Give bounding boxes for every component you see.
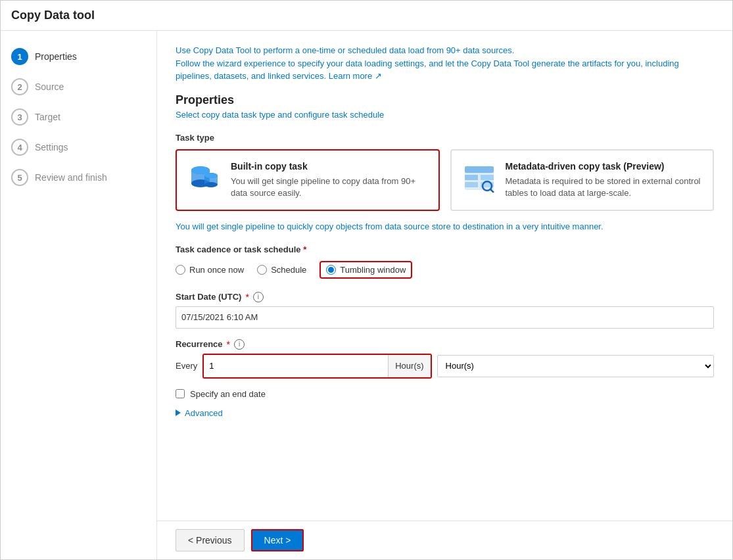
recurrence-row: Every Hour(s) Minute(s) Hour(s) Day(s) W… (176, 354, 714, 379)
sidebar-item-properties[interactable]: 1 Properties (1, 41, 156, 72)
start-date-field: Start Date (UTC) * i (176, 292, 714, 329)
content-area: Use Copy Data Tool to perform a one-time… (157, 31, 732, 559)
advanced-row[interactable]: Advanced (176, 408, 714, 418)
svg-point-7 (204, 173, 218, 178)
builtin-card-desc: You will get single pipeline to copy dat… (231, 175, 428, 199)
sidebar: 1 Properties 2 Source 3 Target 4 Setting… (1, 31, 157, 559)
app-title: Copy Data tool (11, 9, 722, 22)
svg-rect-12 (465, 182, 478, 187)
radio-schedule[interactable]: Schedule (257, 265, 306, 275)
cadence-required: * (303, 245, 306, 254)
recurrence-info-icon[interactable]: i (234, 339, 245, 350)
radio-once-label: Run once now (189, 265, 244, 275)
start-date-required: * (245, 292, 248, 302)
section-subtitle: Select copy data task type and configure… (176, 110, 714, 120)
svg-point-6 (204, 182, 218, 187)
info-text: Use Copy Data Tool to perform a one-time… (176, 45, 679, 81)
radio-tumbling[interactable]: Tumbling window (319, 261, 412, 279)
svg-rect-10 (465, 175, 478, 180)
recurrence-label: Recurrence (176, 339, 223, 349)
recurrence-dropdown-wrapper: Minute(s) Hour(s) Day(s) Week(s) Month(s… (437, 355, 714, 377)
sidebar-item-review[interactable]: 5 Review and finish (1, 162, 156, 193)
sidebar-label-3: Target (35, 112, 60, 122)
metadata-card-title: Metadata-driven copy task (Preview) (506, 161, 703, 172)
metadata-card-content: Metadata-driven copy task (Preview) Meta… (506, 161, 703, 199)
step-circle-4: 4 (11, 139, 28, 156)
previous-button[interactable]: < Previous (176, 529, 245, 551)
content-scroll: Use Copy Data Tool to perform a one-time… (157, 31, 732, 521)
chevron-right-icon (176, 409, 181, 416)
radio-tumbling-label: Tumbling window (340, 265, 406, 275)
svg-line-15 (490, 189, 494, 193)
step-circle-2: 2 (11, 78, 28, 95)
next-button[interactable]: Next > (251, 529, 304, 551)
recurrence-every-label: Every (176, 361, 197, 371)
builtin-card-content: Built-in copy task You will get single p… (231, 161, 428, 199)
task-card-metadata[interactable]: Metadata-driven copy task (Preview) Meta… (450, 149, 715, 211)
sidebar-label-1: Properties (35, 51, 77, 62)
recurrence-field: Recurrence * i Every Hour(s) Minute(s) (176, 339, 714, 379)
step-circle-1: 1 (11, 48, 28, 65)
section-title: Properties (176, 93, 714, 107)
sidebar-item-target[interactable]: 3 Target (1, 102, 156, 132)
sidebar-label-5: Review and finish (35, 172, 107, 183)
radio-group: Run once now Schedule Tumbling window (176, 261, 714, 279)
svg-rect-11 (481, 175, 494, 180)
recurrence-required: * (227, 339, 230, 350)
task-card-builtin[interactable]: Built-in copy task You will get single p… (176, 149, 440, 211)
cadence-field: Task cadence or task schedule * Run once… (176, 245, 714, 279)
info-banner: Use Copy Data Tool to perform a one-time… (176, 44, 714, 83)
sidebar-label-2: Source (35, 82, 64, 92)
svg-point-3 (191, 166, 210, 174)
metadata-icon (462, 161, 496, 195)
sidebar-label-4: Settings (35, 142, 68, 152)
start-date-label: Start Date (UTC) (176, 292, 241, 302)
sidebar-item-settings[interactable]: 4 Settings (1, 132, 156, 162)
recurrence-wrapper: Hour(s) (202, 354, 431, 379)
radio-schedule-label: Schedule (271, 265, 306, 275)
sidebar-item-source[interactable]: 2 Source (1, 72, 156, 102)
title-bar: Copy Data tool (1, 1, 732, 31)
metadata-card-desc: Metadata is required to be stored in ext… (506, 175, 703, 199)
cadence-label: Task cadence or task schedule * (176, 245, 714, 254)
radio-once[interactable]: Run once now (176, 265, 244, 275)
start-date-info-icon[interactable]: i (253, 292, 264, 302)
recurrence-unit-select[interactable]: Minute(s) Hour(s) Day(s) Week(s) Month(s… (437, 355, 714, 377)
end-date-label[interactable]: Specify an end date (190, 389, 266, 399)
advanced-label: Advanced (185, 408, 223, 418)
end-date-row: Specify an end date (176, 389, 714, 399)
step-circle-5: 5 (11, 169, 28, 186)
recurrence-header: Recurrence * i (176, 339, 714, 350)
svg-rect-9 (465, 166, 494, 173)
builtin-icon (187, 161, 222, 195)
recurrence-unit: Hour(s) (388, 355, 430, 377)
step-circle-3: 3 (11, 108, 28, 126)
end-date-checkbox[interactable] (176, 389, 185, 398)
learn-more-link[interactable]: Learn more ↗ (329, 71, 382, 81)
recurrence-value-input[interactable] (204, 355, 388, 377)
main-layout: 1 Properties 2 Source 3 Target 4 Setting… (1, 31, 732, 559)
start-date-input[interactable] (176, 306, 714, 329)
task-type-label: Task type (176, 133, 714, 143)
description-text: You will get single pipeline to quickly … (176, 222, 714, 231)
task-cards: Built-in copy task You will get single p… (176, 149, 714, 211)
app-container: Copy Data tool 1 Properties 2 Source 3 T… (0, 0, 733, 560)
builtin-card-title: Built-in copy task (231, 161, 428, 172)
footer: < Previous Next > (157, 521, 732, 559)
start-date-header: Start Date (UTC) * i (176, 292, 714, 302)
